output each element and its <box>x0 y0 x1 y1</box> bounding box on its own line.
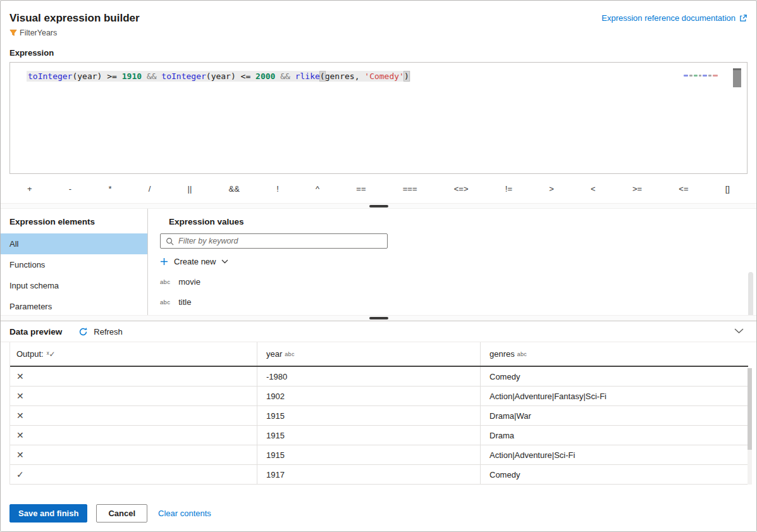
elements-tab-input-schema[interactable]: Input schema <box>1 275 147 296</box>
elements-tab-all[interactable]: All <box>1 233 147 254</box>
external-link-icon <box>739 14 748 23</box>
splitter-editor-panels <box>1 203 756 209</box>
operator-button[interactable]: + <box>23 182 36 195</box>
operator-button[interactable]: <=> <box>450 182 472 195</box>
transform-name-row: FilterYears <box>9 28 748 37</box>
table-row: ✕1915Drama|War <box>10 406 748 426</box>
editor-minimap <box>684 75 718 77</box>
cancel-button[interactable]: Cancel <box>96 504 147 523</box>
table-row: ✕-1980Comedy <box>10 367 748 387</box>
doc-link-label: Expression reference documentation <box>601 13 735 23</box>
editor-scrollbar-thumb[interactable] <box>733 68 741 87</box>
splitter-drag-handle[interactable] <box>369 317 388 319</box>
abc-type-icon: abc <box>160 299 170 306</box>
chevron-down-icon <box>221 259 228 264</box>
genres-cell: Drama|War <box>480 406 748 425</box>
genres-cell: Action|Adventure|Sci-Fi <box>480 445 748 464</box>
filter-search-box[interactable] <box>160 233 388 249</box>
table-row: ✓1917Comedy <box>10 465 748 485</box>
code-token: && <box>147 71 157 81</box>
expression-values-list: abcmovieabctitle <box>160 277 756 307</box>
chevron-down-icon[interactable] <box>734 328 744 334</box>
genres-cell: Action|Adventure|Fantasy|Sci-Fi <box>480 387 748 405</box>
operator-button[interactable]: != <box>502 182 516 195</box>
operator-button[interactable]: [] <box>722 182 734 195</box>
refresh-icon <box>78 327 88 337</box>
operator-button[interactable]: <= <box>675 182 692 195</box>
expression-reference-doc-link[interactable]: Expression reference documentation <box>601 13 748 23</box>
filter-keyword-input[interactable] <box>178 237 382 245</box>
code-token: 2000 <box>255 71 275 81</box>
refresh-button[interactable]: Refresh <box>78 327 123 337</box>
table-row: ✕1915Action|Adventure|Sci-Fi <box>10 445 748 465</box>
elements-tab-parameters[interactable]: Parameters <box>1 296 147 315</box>
output-cell: ✕ <box>10 450 257 460</box>
operator-button[interactable]: ! <box>273 182 283 195</box>
elements-tab-functions[interactable]: Functions <box>1 254 147 275</box>
expression-code-editor[interactable]: toInteger(year) >= 1910 && toInteger(yea… <box>9 62 748 174</box>
value-label: movie <box>178 277 200 287</box>
x-icon: ✕ <box>16 391 24 401</box>
values-panel-title: Expression values <box>160 217 756 226</box>
operator-toolbar: +-*/||&&!^=====<=>!=><>=<=[] <box>9 174 748 203</box>
operator-button[interactable]: && <box>225 182 243 195</box>
year-cell: 1902 <box>257 387 480 405</box>
minimap-dash <box>689 75 692 77</box>
code-token: 1910 <box>122 71 142 81</box>
clear-contents-link[interactable]: Clear contents <box>158 509 211 518</box>
code-token: (year) <= <box>206 71 255 81</box>
expression-code-line[interactable]: toInteger(year) >= 1910 && toInteger(yea… <box>27 71 410 82</box>
expression-value-item[interactable]: abcmovie <box>160 277 200 287</box>
code-token <box>290 71 295 81</box>
save-and-finish-button[interactable]: Save and finish <box>9 504 87 523</box>
check-icon: ✓ <box>16 469 24 479</box>
filter-funnel-icon <box>9 29 17 37</box>
operator-button[interactable]: - <box>65 182 75 195</box>
search-icon <box>166 237 174 245</box>
column-header-genres[interactable]: genresabc <box>480 342 748 366</box>
operator-button[interactable]: >= <box>629 182 646 195</box>
abc-type-icon: abc <box>517 351 527 357</box>
table-row: ✕1902Action|Adventure|Fantasy|Sci-Fi <box>10 387 748 406</box>
year-cell: 1917 <box>257 465 480 484</box>
transform-name: FilterYears <box>20 28 57 37</box>
table-header-row: Output:ˣ✓yearabcgenresabc <box>10 342 748 367</box>
abc-type-icon: abc <box>160 278 170 285</box>
expression-value-item[interactable]: abctitle <box>160 297 191 307</box>
column-header-output[interactable]: Output:ˣ✓ <box>10 349 257 359</box>
plus-icon <box>160 257 168 266</box>
output-x-check-icon: ˣ✓ <box>47 350 56 359</box>
operator-button[interactable]: == <box>352 182 369 195</box>
elements-panel-title: Expression elements <box>1 217 147 226</box>
elements-tab-list: AllFunctionsInput schemaParameters <box>1 233 147 315</box>
genres-cell: Comedy <box>480 465 748 484</box>
genres-cell: Drama <box>480 426 748 445</box>
refresh-label: Refresh <box>94 327 123 337</box>
operator-button[interactable]: * <box>104 182 115 195</box>
column-header-year[interactable]: yearabc <box>257 342 480 366</box>
x-icon: ✕ <box>16 411 24 421</box>
expression-values-panel: Expression values Create new abcmovieabc <box>148 209 756 315</box>
expression-label: Expression <box>9 48 748 58</box>
values-scrollbar-thumb[interactable] <box>748 272 753 315</box>
minimap-dash <box>703 75 707 77</box>
operator-button[interactable]: || <box>184 182 196 195</box>
operator-button[interactable]: > <box>545 182 558 195</box>
operator-button[interactable]: ^ <box>312 182 323 195</box>
code-token <box>142 71 147 81</box>
table-row: ✕1915Drama <box>10 426 748 445</box>
operator-button[interactable]: === <box>399 182 421 195</box>
splitter-drag-handle[interactable] <box>369 205 388 207</box>
create-new-button[interactable]: Create new <box>160 257 228 266</box>
table-scrollbar-thumb[interactable] <box>748 368 752 450</box>
data-preview-section: Data preview Refresh Output:ˣ✓yearabcgen… <box>1 321 756 485</box>
x-icon: ✕ <box>16 450 24 460</box>
operator-button[interactable]: < <box>587 182 600 195</box>
minimap-dash <box>708 75 711 77</box>
code-token: toInteger <box>28 71 72 81</box>
x-icon: ✕ <box>16 430 24 440</box>
data-preview-header: Data preview Refresh <box>1 321 756 342</box>
output-cell: ✕ <box>10 430 257 440</box>
year-cell: -1980 <box>257 367 480 386</box>
operator-button[interactable]: / <box>145 182 155 195</box>
